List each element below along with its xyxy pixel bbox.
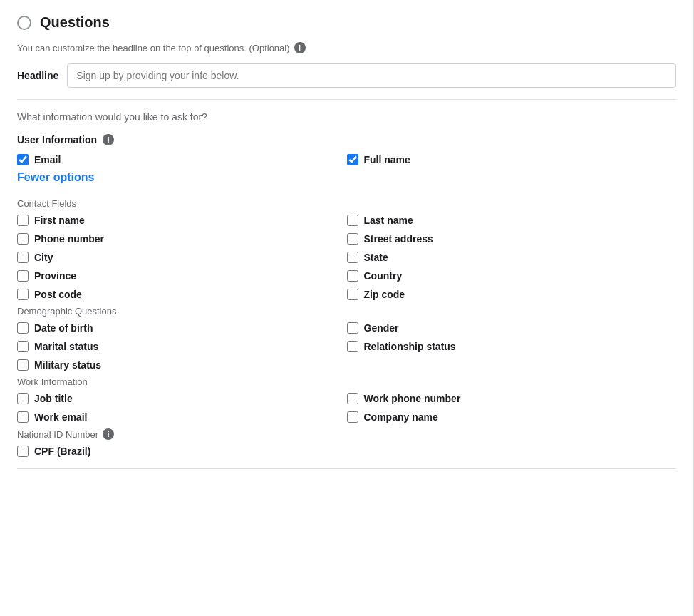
national-id-label: National ID Number bbox=[17, 429, 98, 440]
checkbox-date-of-birth[interactable] bbox=[17, 322, 29, 334]
checkbox-item-zip-code[interactable]: Zip code bbox=[347, 289, 677, 300]
checkbox-first-name[interactable] bbox=[17, 215, 29, 226]
checkbox-item-gender[interactable]: Gender bbox=[347, 322, 677, 334]
checkbox-label-last-name: Last name bbox=[364, 215, 413, 226]
user-information-grid: Email Full name bbox=[17, 154, 676, 165]
checkbox-item-street-address[interactable]: Street address bbox=[347, 233, 677, 245]
checkbox-item-first-name[interactable]: First name bbox=[17, 215, 347, 226]
contact-fields-group: Contact Fields First name Last name Phon… bbox=[17, 198, 676, 300]
checkbox-label-country: Country bbox=[364, 270, 403, 282]
checkbox-item-post-code[interactable]: Post code bbox=[17, 289, 347, 300]
checkbox-label-zip-code: Zip code bbox=[364, 289, 405, 300]
checkbox-item-company-name[interactable]: Company name bbox=[347, 411, 677, 423]
checkbox-job-title[interactable] bbox=[17, 393, 29, 404]
section-radio[interactable] bbox=[17, 16, 31, 30]
checkbox-item-relationship-status[interactable]: Relationship status bbox=[347, 341, 677, 352]
checkbox-item-state[interactable]: State bbox=[347, 252, 677, 263]
user-information-heading: User Information i bbox=[17, 134, 676, 145]
checkbox-label-state: State bbox=[364, 252, 388, 263]
checkbox-label-work-phone-number: Work phone number bbox=[364, 393, 461, 404]
checkbox-label-phone-number: Phone number bbox=[34, 233, 104, 245]
checkbox-street-address[interactable] bbox=[347, 233, 358, 245]
checkbox-full-name[interactable] bbox=[347, 154, 358, 165]
user-info-icon[interactable]: i bbox=[103, 134, 114, 145]
checkbox-label-work-email: Work email bbox=[34, 411, 87, 423]
checkbox-label-relationship-status: Relationship status bbox=[364, 341, 456, 352]
checkbox-item-email[interactable]: Email bbox=[17, 154, 347, 165]
checkbox-item-province[interactable]: Province bbox=[17, 270, 347, 282]
checkbox-label-first-name: First name bbox=[34, 215, 85, 226]
subtitle-info-icon[interactable]: i bbox=[294, 42, 306, 53]
checkbox-province[interactable] bbox=[17, 270, 29, 282]
checkbox-item-last-name[interactable]: Last name bbox=[347, 215, 677, 226]
checkbox-post-code[interactable] bbox=[17, 289, 29, 300]
checkbox-item-work-phone-number[interactable]: Work phone number bbox=[347, 393, 677, 404]
checkbox-label-job-title: Job title bbox=[34, 393, 73, 404]
checkbox-email[interactable] bbox=[17, 154, 29, 165]
question-prompt: What information would you like to ask f… bbox=[17, 111, 676, 123]
demographic-questions-group: Demographic Questions Date of birth Gend… bbox=[17, 306, 676, 371]
checkbox-item-country[interactable]: Country bbox=[347, 270, 677, 282]
checkbox-item-work-email[interactable]: Work email bbox=[17, 411, 347, 423]
checkbox-item-military-status[interactable]: Military status bbox=[17, 359, 347, 371]
user-information-label: User Information bbox=[17, 134, 97, 145]
divider-1 bbox=[17, 99, 676, 100]
demographic-questions-label: Demographic Questions bbox=[17, 306, 676, 317]
checkbox-label-cpf-brazil: CPF (Brazil) bbox=[34, 446, 90, 457]
headline-row: Headline bbox=[17, 63, 676, 88]
checkbox-label-email: Email bbox=[34, 154, 61, 165]
checkbox-label-full-name: Full name bbox=[364, 154, 410, 165]
work-information-label: Work Information bbox=[17, 376, 676, 387]
national-id-grid: CPF (Brazil) bbox=[17, 446, 676, 457]
checkbox-relationship-status[interactable] bbox=[347, 341, 358, 352]
checkbox-item-marital-status[interactable]: Marital status bbox=[17, 341, 347, 352]
checkbox-item-job-title[interactable]: Job title bbox=[17, 393, 347, 404]
national-id-label-row: National ID Number i bbox=[17, 428, 676, 440]
checkbox-item-phone-number[interactable]: Phone number bbox=[17, 233, 347, 245]
headline-input[interactable] bbox=[67, 63, 676, 88]
checkbox-label-company-name: Company name bbox=[364, 411, 438, 423]
checkbox-item-full-name[interactable]: Full name bbox=[347, 154, 677, 165]
checkbox-work-email[interactable] bbox=[17, 411, 29, 423]
checkbox-label-post-code: Post code bbox=[34, 289, 82, 300]
checkbox-item-city[interactable]: City bbox=[17, 252, 347, 263]
checkbox-country[interactable] bbox=[347, 270, 358, 282]
subtitle-row: You can customize the headline on the to… bbox=[17, 42, 676, 53]
subtitle-text: You can customize the headline on the to… bbox=[17, 43, 290, 53]
checkbox-label-street-address: Street address bbox=[364, 233, 433, 245]
contact-fields-label: Contact Fields bbox=[17, 198, 676, 209]
checkbox-work-phone-number[interactable] bbox=[347, 393, 358, 404]
checkbox-item-date-of-birth[interactable]: Date of birth bbox=[17, 322, 347, 334]
checkbox-label-marital-status: Marital status bbox=[34, 341, 98, 352]
divider-bottom bbox=[17, 468, 676, 469]
contact-fields-grid: First name Last name Phone number Street… bbox=[17, 215, 676, 300]
checkbox-label-gender: Gender bbox=[364, 322, 399, 334]
section-title: Questions bbox=[40, 14, 110, 31]
checkbox-zip-code[interactable] bbox=[347, 289, 358, 300]
checkbox-item-cpf-brazil[interactable]: CPF (Brazil) bbox=[17, 446, 347, 457]
headline-label: Headline bbox=[17, 70, 58, 81]
checkbox-cpf-brazil[interactable] bbox=[17, 446, 29, 457]
checkbox-military-status[interactable] bbox=[17, 359, 29, 371]
national-id-info-icon[interactable]: i bbox=[103, 428, 114, 440]
checkbox-phone-number[interactable] bbox=[17, 233, 29, 245]
checkbox-state[interactable] bbox=[347, 252, 358, 263]
section-header: Questions bbox=[17, 14, 676, 31]
checkbox-label-date-of-birth: Date of birth bbox=[34, 322, 93, 334]
checkbox-label-city: City bbox=[34, 252, 53, 263]
checkbox-marital-status[interactable] bbox=[17, 341, 29, 352]
checkbox-company-name[interactable] bbox=[347, 411, 358, 423]
checkbox-label-military-status: Military status bbox=[34, 359, 101, 371]
checkbox-label-province: Province bbox=[34, 270, 76, 282]
checkbox-gender[interactable] bbox=[347, 322, 358, 334]
work-information-group: Work Information Job title Work phone nu… bbox=[17, 376, 676, 423]
national-id-group: National ID Number i CPF (Brazil) bbox=[17, 428, 676, 457]
work-information-grid: Job title Work phone number Work email C… bbox=[17, 393, 676, 423]
fewer-options-link[interactable]: Fewer options bbox=[17, 171, 94, 184]
checkbox-city[interactable] bbox=[17, 252, 29, 263]
questions-section: Questions You can customize the headline… bbox=[0, 0, 694, 616]
demographic-questions-grid: Date of birth Gender Marital status Rela… bbox=[17, 322, 676, 371]
checkbox-last-name[interactable] bbox=[347, 215, 358, 226]
